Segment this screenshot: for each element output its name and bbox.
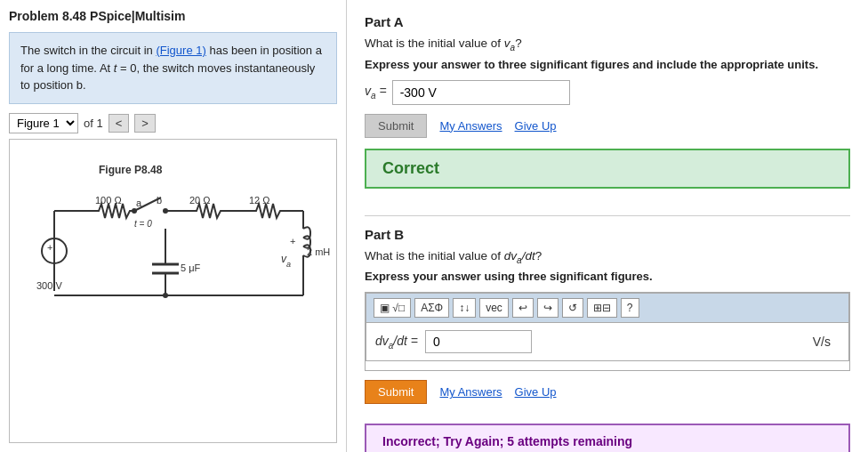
figure-prev-btn[interactable]: < <box>108 114 130 133</box>
part-a-btn-row: Submit My Answers Give Up <box>365 114 850 138</box>
svg-text:Figure P8.48: Figure P8.48 <box>99 164 163 176</box>
svg-text:+: + <box>47 242 52 253</box>
toolbar-btn-help[interactable]: ? <box>621 298 639 318</box>
figure-select[interactable]: Figure 1 <box>9 113 78 133</box>
part-b-my-answers-btn[interactable]: My Answers <box>439 385 502 399</box>
toolbar-btn-cycle[interactable]: ↺ <box>562 298 583 318</box>
part-b-submit-btn[interactable]: Submit <box>365 380 427 404</box>
figure-link[interactable]: (Figure 1) <box>156 44 205 57</box>
part-b-input[interactable]: 0 <box>425 330 532 353</box>
toolbar-btn-undo[interactable]: ↩ <box>512 298 534 318</box>
part-b-unit: V/s <box>813 335 840 349</box>
part-b-label: Part B <box>365 227 850 242</box>
part-a-label: Part A <box>365 14 850 29</box>
part-b-math-input-area: dva/dt = 0 V/s <box>366 322 849 361</box>
toolbar-btn-grid[interactable]: ⊞⊟ <box>587 298 617 318</box>
figure-next-btn[interactable]: > <box>134 114 156 133</box>
part-a-question: What is the initial value of va? <box>365 36 850 52</box>
svg-point-29 <box>163 293 168 298</box>
desc-text-1: The switch in the circuit in <box>20 44 156 57</box>
part-b-btn-row: Submit My Answers Give Up <box>365 380 850 404</box>
part-b-section: Part B What is the initial value of dva/… <box>365 227 850 452</box>
figure-box: Figure P8.48 + 300 V 100 Ω a b t = 0 <box>9 139 337 444</box>
part-b-incorrect-banner: Incorrect; Try Again; 5 attempts remaini… <box>365 424 850 452</box>
toolbar-btn-vec[interactable]: vec <box>479 298 509 318</box>
toolbar-btn-arrows[interactable]: ↕↓ <box>453 298 476 318</box>
part-b-question: What is the initial value of dva/dt? <box>365 249 850 265</box>
part-a-instruction: Express your answer to three significant… <box>365 58 850 71</box>
problem-description: The switch in the circuit in (Figure 1) … <box>9 32 337 104</box>
part-b-math-toolbar: ▣ √□ AΣΦ ↕↓ vec ↩ ↪ ↺ ⊞⊟ ? <box>366 293 849 322</box>
part-a-section: Part A What is the initial value of va? … <box>365 14 850 205</box>
toolbar-btn-redo[interactable]: ↪ <box>537 298 559 318</box>
svg-text:5 μF: 5 μF <box>181 262 201 273</box>
figure-nav: Figure 1 of 1 < > <box>9 113 337 133</box>
problem-title: Problem 8.48 PSpice|Multisim <box>9 9 337 23</box>
figure-of-label: of 1 <box>84 117 103 130</box>
part-a-correct-banner: Correct <box>365 149 850 189</box>
part-a-answer-box: va = -300 V <box>365 80 850 105</box>
toolbar-btn-greek[interactable]: AΣΦ <box>414 298 449 318</box>
svg-text:+: + <box>290 236 295 246</box>
part-a-give-up-btn[interactable]: Give Up <box>515 119 557 133</box>
part-b-give-up-btn[interactable]: Give Up <box>515 385 557 399</box>
right-panel: Part A What is the initial value of va? … <box>347 0 868 452</box>
part-b-input-label: dva/dt = <box>375 334 418 351</box>
svg-text:va: va <box>281 253 291 269</box>
toolbar-btn-matrix[interactable]: ▣ √□ <box>374 298 411 318</box>
part-a-submit-btn[interactable]: Submit <box>365 114 427 138</box>
part-divider <box>365 215 850 216</box>
left-panel: Problem 8.48 PSpice|Multisim The switch … <box>0 0 347 452</box>
svg-text:300 V: 300 V <box>36 280 62 291</box>
part-a-my-answers-btn[interactable]: My Answers <box>439 119 502 133</box>
part-a-answer-label: va = <box>365 84 387 101</box>
circuit-diagram: Figure P8.48 + 300 V 100 Ω a b t = 0 <box>28 157 330 353</box>
svg-text:t = 0: t = 0 <box>134 219 152 229</box>
part-b-instruction: Express your answer using three signific… <box>365 270 850 283</box>
part-a-input[interactable]: -300 V <box>392 80 570 105</box>
part-b-math-container: ▣ √□ AΣΦ ↕↓ vec ↩ ↪ ↺ ⊞⊟ ? dva/dt = 0 V/… <box>365 292 850 371</box>
